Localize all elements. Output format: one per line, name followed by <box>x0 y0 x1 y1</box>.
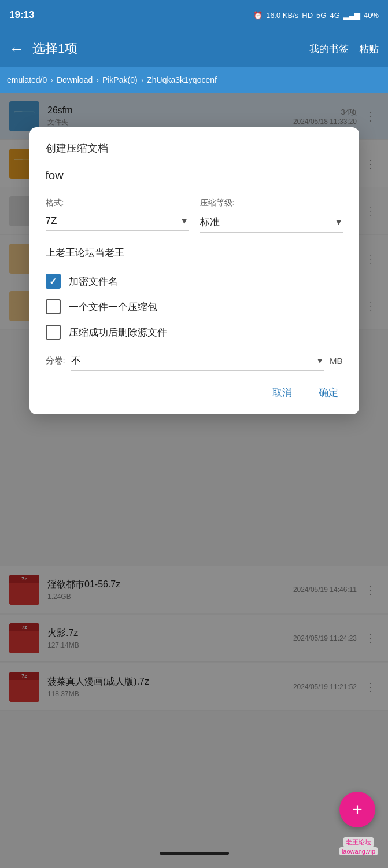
page-title: 选择1项 <box>32 40 309 57</box>
volume-value: 不 <box>71 354 81 367</box>
format-select[interactable]: 7Z ▼ <box>46 212 189 231</box>
format-value: 7Z <box>46 215 57 227</box>
archive-name-input[interactable] <box>46 167 343 187</box>
confirm-button[interactable]: 确定 <box>314 382 343 403</box>
breadcrumb-part-2[interactable]: PikPak(0) <box>102 75 138 84</box>
volume-unit: MB <box>330 356 343 366</box>
volume-row: 分卷: 不 ▼ MB <box>46 350 343 371</box>
encrypt-filename-label: 加密文件名 <box>69 275 118 288</box>
data-speed: 16.0 KB/s <box>266 11 298 20</box>
bookmark-button[interactable]: 我的书签 <box>309 42 349 56</box>
watermark: 老王论坛 laowang.vip <box>339 837 378 855</box>
format-label: 格式: <box>46 198 189 208</box>
encrypt-filename-row: 加密文件名 <box>46 274 343 289</box>
delete-after-label: 压缩成功后删除源文件 <box>69 326 167 339</box>
volume-select[interactable]: 不 ▼ <box>71 350 324 371</box>
watermark-line2: laowang.vip <box>339 847 378 855</box>
password-input[interactable] <box>46 243 343 263</box>
one-file-row: 一个文件一个压缩包 <box>46 299 343 314</box>
dialog-overlay: 创建压缩文档 格式: 7Z ▼ 压缩等级: 标准 ▼ <box>0 93 388 868</box>
clock: 19:13 <box>9 9 34 21</box>
volume-label: 分卷: <box>46 355 65 366</box>
status-icons-area: ⏰ 16.0 KB/s HD 5G 4G ▂▄▆ 40% <box>253 11 379 20</box>
breadcrumb: emulated/0 › Download › PikPak(0) › ZhUq… <box>0 67 388 93</box>
breadcrumb-part-0[interactable]: emulated/0 <box>7 75 47 84</box>
4g-icon: 4G <box>330 11 339 20</box>
level-select[interactable]: 标准 ▼ <box>200 212 343 233</box>
format-group: 格式: 7Z ▼ <box>46 198 189 231</box>
volume-dropdown-icon: ▼ <box>316 356 324 365</box>
delete-after-checkbox[interactable] <box>46 325 61 340</box>
format-dropdown-icon: ▼ <box>180 216 189 226</box>
breadcrumb-sep-2: › <box>141 75 144 84</box>
battery: 40% <box>364 11 379 20</box>
paste-button[interactable]: 粘贴 <box>359 42 379 56</box>
level-value: 标准 <box>200 215 220 229</box>
breadcrumb-sep-1: › <box>96 75 99 84</box>
status-time-area: 19:13 <box>9 9 34 21</box>
alarm-icon: ⏰ <box>253 11 263 20</box>
app-bar: ← 选择1项 我的书签 粘贴 <box>0 30 388 67</box>
delete-after-row: 压缩成功后删除源文件 <box>46 325 343 340</box>
level-dropdown-icon: ▼ <box>335 218 343 227</box>
dialog-buttons: 取消 确定 <box>46 382 343 403</box>
dialog-title: 创建压缩文档 <box>46 141 343 155</box>
status-bar: 19:13 ⏰ 16.0 KB/s HD 5G 4G ▂▄▆ 40% <box>0 0 388 30</box>
fab-add-button[interactable]: + <box>339 792 375 827</box>
one-file-label: 一个文件一个压缩包 <box>69 300 157 314</box>
hd-icon: HD <box>302 11 313 20</box>
breadcrumb-sep-0: › <box>50 75 53 84</box>
level-label: 压缩等级: <box>200 198 343 208</box>
one-file-checkbox[interactable] <box>46 299 61 314</box>
format-level-row: 格式: 7Z ▼ 压缩等级: 标准 ▼ <box>46 198 343 233</box>
level-group: 压缩等级: 标准 ▼ <box>200 198 343 233</box>
breadcrumb-part-1[interactable]: Download <box>57 75 93 84</box>
breadcrumb-part-3[interactable]: ZhUqka3k1yqocenf <box>147 75 217 84</box>
wifi-signal: ▂▄▆ <box>343 11 360 20</box>
file-list: 26sfm 文件夹 34项 2024/05/18 11:33:20 ⋮ fow … <box>0 93 388 868</box>
create-archive-dialog: 创建压缩文档 格式: 7Z ▼ 压缩等级: 标准 ▼ <box>29 127 359 414</box>
back-button[interactable]: ← <box>9 40 24 58</box>
signal-icon: 5G <box>316 11 326 20</box>
encrypt-filename-checkbox[interactable] <box>46 274 61 289</box>
cancel-button[interactable]: 取消 <box>268 382 297 403</box>
app-bar-actions: 我的书签 粘贴 <box>309 42 379 56</box>
watermark-line1: 老王论坛 <box>343 837 374 847</box>
